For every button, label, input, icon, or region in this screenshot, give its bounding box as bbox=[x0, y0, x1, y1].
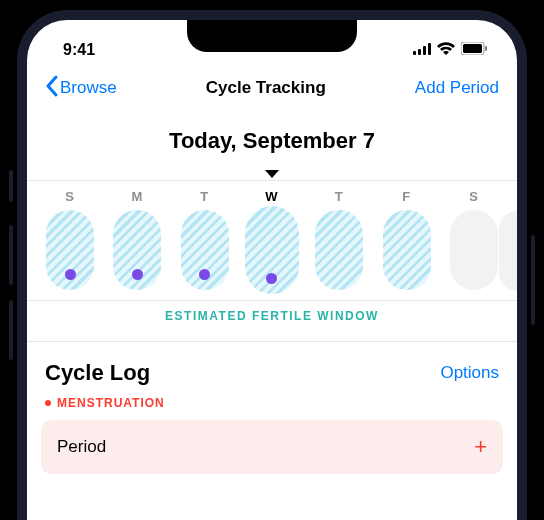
day-pill bbox=[315, 210, 363, 290]
period-label: Period bbox=[57, 437, 106, 457]
day-letter: S bbox=[469, 189, 479, 204]
phone-frame: 9:41 Browse Cycle Tracking Add Period To… bbox=[17, 10, 527, 520]
day-column[interactable]: T bbox=[308, 189, 370, 294]
notch bbox=[187, 20, 357, 52]
fertile-window-label: ESTIMATED FERTILE WINDOW bbox=[27, 301, 517, 342]
menstruation-text: MENSTRUATION bbox=[57, 396, 165, 410]
day-letter: M bbox=[131, 189, 143, 204]
day-pill bbox=[245, 206, 299, 294]
day-pill bbox=[450, 210, 498, 290]
day-letter: W bbox=[265, 189, 278, 204]
ovulation-dot-icon bbox=[132, 269, 143, 280]
day-column[interactable]: S bbox=[39, 189, 101, 294]
today-heading: Today, September 7 bbox=[27, 110, 517, 164]
chevron-left-icon bbox=[45, 75, 58, 102]
side-button-silent bbox=[9, 170, 13, 202]
svg-rect-2 bbox=[423, 46, 426, 55]
cycle-log-header: Cycle Log Options bbox=[27, 342, 517, 390]
ovulation-dot-icon bbox=[199, 269, 210, 280]
red-dot-icon bbox=[45, 400, 51, 406]
status-time: 9:41 bbox=[63, 41, 95, 59]
period-row[interactable]: Period + bbox=[41, 420, 503, 474]
cycle-log-title: Cycle Log bbox=[45, 360, 150, 386]
day-column[interactable]: S bbox=[443, 189, 505, 294]
day-letter: T bbox=[335, 189, 344, 204]
back-label: Browse bbox=[60, 78, 117, 98]
wifi-icon bbox=[437, 41, 455, 59]
side-button-volume-down bbox=[9, 300, 13, 360]
svg-rect-0 bbox=[413, 51, 416, 55]
day-letter: S bbox=[65, 189, 75, 204]
ovulation-dot-icon bbox=[65, 269, 76, 280]
battery-icon bbox=[461, 41, 487, 59]
back-button[interactable]: Browse bbox=[45, 75, 117, 102]
next-day-peek bbox=[499, 211, 517, 291]
plus-icon: + bbox=[474, 434, 487, 460]
svg-rect-3 bbox=[428, 43, 431, 55]
side-button-power bbox=[531, 235, 535, 325]
day-column[interactable]: T bbox=[174, 189, 236, 294]
day-column[interactable]: M bbox=[106, 189, 168, 294]
day-column[interactable]: F bbox=[376, 189, 438, 294]
nav-title: Cycle Tracking bbox=[206, 78, 326, 98]
day-letter: F bbox=[402, 189, 411, 204]
ovulation-dot-icon bbox=[266, 273, 277, 284]
side-button-volume-up bbox=[9, 225, 13, 285]
options-button[interactable]: Options bbox=[440, 363, 499, 383]
status-indicators bbox=[413, 41, 487, 59]
day-letter: T bbox=[200, 189, 209, 204]
week-strip[interactable]: SMTWTFS bbox=[27, 180, 517, 301]
svg-rect-6 bbox=[485, 46, 487, 51]
day-pill bbox=[113, 210, 161, 290]
day-pill bbox=[46, 210, 94, 290]
navigation-bar: Browse Cycle Tracking Add Period bbox=[27, 66, 517, 110]
menstruation-section-label: MENSTRUATION bbox=[27, 390, 517, 416]
svg-rect-5 bbox=[463, 44, 482, 53]
day-column[interactable]: W bbox=[241, 189, 303, 294]
svg-rect-1 bbox=[418, 49, 421, 55]
add-period-button[interactable]: Add Period bbox=[415, 78, 499, 98]
day-pill bbox=[383, 210, 431, 290]
day-pill bbox=[181, 210, 229, 290]
cellular-icon bbox=[413, 41, 431, 59]
